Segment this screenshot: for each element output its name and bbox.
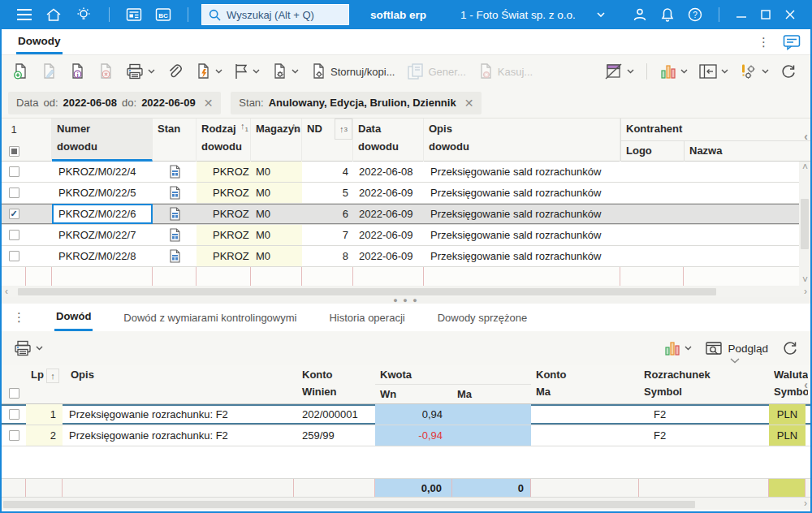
- column-header-numer-dowodu[interactable]: Numer dowodu: [52, 119, 153, 162]
- edit-document-button[interactable]: [38, 61, 59, 82]
- scroll-down-icon[interactable]: ˅: [802, 274, 808, 286]
- company-selector[interactable]: 1 - Foto Świat sp. z o.o.: [460, 9, 605, 21]
- detail-more-options-icon[interactable]: ⋮: [13, 304, 25, 331]
- attachments-button[interactable]: [164, 61, 185, 82]
- column-header-rodzaj-dowodu[interactable]: Rodzaj dowodu ↑1: [197, 119, 251, 162]
- detail-select-all-checkbox[interactable]: [2, 365, 26, 403]
- notes-panel-icon[interactable]: [783, 34, 801, 50]
- generuj-button[interactable]: Gener...: [404, 61, 468, 82]
- refresh-button[interactable]: [778, 61, 799, 82]
- bc-module-icon[interactable]: BC: [155, 7, 171, 22]
- flag-button[interactable]: [231, 61, 261, 82]
- row-checkbox[interactable]: [2, 246, 26, 266]
- tab-dowody[interactable]: Dowody: [16, 29, 63, 54]
- scroll-right-icon[interactable]: ›: [804, 498, 807, 510]
- row-checkbox[interactable]: [2, 225, 26, 245]
- column-header-data-dowodu[interactable]: Data dowodu: [353, 119, 424, 162]
- column-header-stan[interactable]: Stan: [153, 119, 197, 162]
- row-checkbox[interactable]: [2, 404, 26, 425]
- row-checkbox[interactable]: [2, 204, 26, 224]
- table-row-selected[interactable]: PKROZ/M0/22/6 PKROZ M0 6 2022-06-09 Prze…: [2, 204, 810, 225]
- document-actions-button[interactable]: [192, 61, 224, 82]
- tab-dowod[interactable]: Dowód: [54, 304, 93, 331]
- side-panel-button[interactable]: [697, 62, 730, 81]
- main-table-filter-row[interactable]: [2, 267, 810, 286]
- detail-row[interactable]: 2 Przeksięgowanie rozrachunku: F2 259/99…: [2, 425, 810, 446]
- column-header-logo[interactable]: Logo: [620, 140, 684, 162]
- print-button[interactable]: [123, 61, 157, 82]
- home-icon[interactable]: [45, 7, 62, 22]
- row-checkbox[interactable]: [2, 183, 26, 203]
- chart-view-button[interactable]: [658, 61, 689, 82]
- scroll-up-icon[interactable]: ˄: [802, 162, 808, 173]
- cell-rodzaj: PKROZ: [197, 183, 251, 203]
- layout-filter-button[interactable]: [603, 61, 636, 82]
- scroll-left-icon[interactable]: ‹: [5, 286, 8, 297]
- lightbulb-icon[interactable]: [75, 6, 93, 23]
- close-button[interactable]: [778, 3, 802, 26]
- document-settings-button[interactable]: [269, 61, 300, 82]
- row-checkbox[interactable]: [2, 425, 26, 446]
- column-header-konto-ma[interactable]: Konto Ma: [531, 365, 639, 403]
- podglad-button[interactable]: Podgląd: [705, 340, 768, 356]
- column-header-ma[interactable]: Ma: [452, 385, 531, 403]
- tab-dowod-z-wymiarami[interactable]: Dowód z wymiarami kontrolingowymi: [122, 304, 298, 331]
- minimize-button[interactable]: [729, 3, 754, 26]
- detail-row-selected[interactable]: 1 Przeksięgowanie rozrachunku: F2 202/00…: [2, 404, 810, 425]
- user-icon[interactable]: [633, 7, 647, 22]
- select-all-checkbox[interactable]: [2, 140, 26, 162]
- maximize-button[interactable]: [754, 3, 778, 26]
- filter-chip-stan[interactable]: Stan: Anulowany, Edycja, Brulion, Dzienn…: [231, 92, 482, 114]
- table-row[interactable]: PKROZ/M0/22/4 PKROZ M0 4 2022-06-08 Prze…: [2, 162, 810, 183]
- search-input[interactable]: Wyszukaj (Alt + Q): [201, 4, 349, 25]
- detail-horizontal-scrollbar[interactable]: ›: [2, 498, 810, 510]
- scrollbar-thumb[interactable]: [801, 199, 809, 249]
- news-icon[interactable]: [126, 7, 142, 22]
- cell-nd: 8: [302, 246, 353, 266]
- column-group-kwota[interactable]: Kwota: [375, 365, 531, 385]
- column-header-lp[interactable]: Lp↑: [26, 365, 63, 385]
- column-header-konto-winien[interactable]: Konto Winien: [294, 365, 375, 403]
- column-header-opis[interactable]: Opis: [63, 365, 294, 385]
- column-header-opis-dowodu[interactable]: Opis dowodu: [424, 119, 620, 162]
- collapse-columns-icon[interactable]: ‹: [804, 130, 808, 143]
- scroll-right-icon[interactable]: ›: [804, 286, 807, 297]
- detail-chart-view-button[interactable]: [662, 338, 693, 359]
- column-header-rozrachunek[interactable]: Rozrachunek Symbol: [639, 365, 769, 403]
- row-checkbox[interactable]: [2, 162, 26, 182]
- scrollbar-thumb[interactable]: [3, 501, 695, 508]
- detail-print-button[interactable]: [11, 338, 45, 359]
- table-row[interactable]: PKROZ/M0/22/8 PKROZ M0 8 2022-06-09 Prze…: [2, 246, 810, 267]
- column-group-kontrahent[interactable]: Kontrahent: [620, 119, 810, 140]
- document-info-button[interactable]: i: [67, 61, 88, 82]
- main-horizontal-scrollbar[interactable]: ‹ ›: [2, 286, 810, 297]
- more-options-icon[interactable]: ⋮: [758, 36, 770, 48]
- kasuj-button[interactable]: Kasuj...: [475, 61, 534, 82]
- main-vertical-scrollbar[interactable]: ˄ ˅: [799, 162, 810, 286]
- collapse-panel-handle[interactable]: [721, 358, 749, 365]
- add-document-button[interactable]: [10, 61, 31, 82]
- help-icon[interactable]: ?: [688, 7, 702, 22]
- remove-filter-icon[interactable]: ✕: [204, 97, 214, 110]
- column-header-magazyn[interactable]: Magazyn ↑2: [251, 119, 302, 162]
- search-icon: [209, 9, 221, 21]
- table-row[interactable]: PKROZ/M0/22/7 PKROZ M0 7 2022-06-09 Prze…: [2, 225, 810, 246]
- column-header-nd[interactable]: ND ↑3: [302, 119, 353, 162]
- delete-document-button[interactable]: [95, 61, 116, 82]
- summary-ma: 0: [452, 479, 531, 497]
- splitter-handle[interactable]: ● ● ●: [2, 297, 810, 304]
- column-header-wn[interactable]: Wn: [375, 385, 452, 403]
- run-settings-button[interactable]: [737, 61, 771, 82]
- hamburger-menu-icon[interactable]: [16, 8, 32, 21]
- filter-chip-data[interactable]: Data od: 2022-06-08 do: 2022-06-09 ✕: [8, 92, 221, 114]
- scrollbar-thumb[interactable]: [18, 288, 716, 295]
- tab-dowody-sprzezone[interactable]: Dowody sprzężone: [436, 304, 529, 331]
- detail-refresh-button[interactable]: [780, 338, 801, 359]
- column-header-nazwa[interactable]: Nazwa: [684, 140, 810, 162]
- detail-collapse-columns-icon[interactable]: ‹: [804, 378, 808, 391]
- notifications-bell-icon[interactable]: [660, 7, 675, 22]
- stornuj-kopiuj-button[interactable]: Stornuj/kopi...: [308, 61, 397, 82]
- table-row[interactable]: PKROZ/M0/22/5 PKROZ M0 5 2022-06-09 Prze…: [2, 183, 810, 204]
- remove-filter-icon[interactable]: ✕: [464, 97, 474, 110]
- tab-historia-operacji[interactable]: Historia operacji: [327, 304, 406, 331]
